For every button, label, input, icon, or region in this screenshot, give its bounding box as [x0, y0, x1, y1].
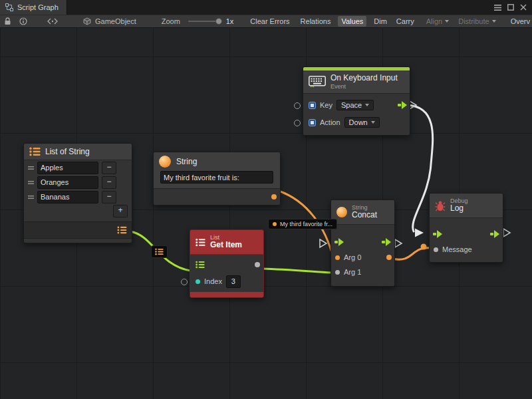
wire-getitem-to-concat[interactable] [262, 269, 332, 273]
gameobject-icon[interactable] [83, 17, 91, 25]
list-icon [29, 147, 41, 156]
zoom-value: 1x [226, 17, 234, 25]
value-preview-list [151, 245, 168, 258]
remove-item-button[interactable]: − [102, 162, 116, 174]
code-insert-icon[interactable] [47, 18, 58, 25]
string-value-dot [273, 222, 277, 226]
title-bar: Script Graph [0, 0, 532, 15]
key-dropdown-value: Space [341, 101, 362, 109]
result-output-port[interactable] [386, 255, 392, 260]
keycode-icon [309, 119, 316, 126]
clear-errors-button[interactable]: Clear Errors [247, 16, 293, 27]
carry-toggle[interactable]: Carry [393, 16, 418, 27]
flow-input-port[interactable] [433, 230, 442, 238]
graph-toolbar: GameObject Zoom 1x Clear Errors Relation… [0, 15, 532, 28]
node-log[interactable]: Debug Log Message [429, 193, 503, 263]
arg1-input-port[interactable] [335, 270, 340, 275]
zoom-label: Zoom [162, 17, 180, 25]
window-menu-icon[interactable] [494, 4, 501, 11]
window-controls [494, 4, 532, 11]
graph-icon [5, 3, 13, 11]
list-item-input[interactable] [37, 191, 98, 203]
info-icon[interactable] [19, 17, 27, 25]
flow-output-port[interactable] [382, 238, 391, 246]
node-get-item[interactable]: List Get Item Index [190, 229, 264, 298]
list-input-port[interactable] [196, 261, 205, 269]
zoom-slider[interactable] [188, 21, 219, 22]
flow-arrowhead-log-in [415, 229, 424, 237]
message-input-port[interactable] [434, 247, 438, 252]
lock-icon[interactable] [4, 17, 11, 25]
distribute-label: Distribute [458, 17, 489, 25]
list-output-port[interactable] [117, 226, 127, 234]
list-icon [196, 238, 205, 247]
tab-title: Script Graph [17, 3, 59, 11]
node-list-of-string[interactable]: List of String − − − + [23, 143, 132, 243]
chevron-down-icon [371, 121, 375, 124]
remove-item-button[interactable]: − [102, 176, 116, 189]
chevron-down-icon [445, 20, 449, 23]
list-item-input[interactable] [37, 162, 98, 174]
remove-item-button[interactable]: − [102, 191, 116, 203]
close-icon[interactable] [520, 4, 527, 11]
node-string-literal[interactable]: String [153, 152, 281, 205]
bug-icon [435, 200, 446, 211]
arg0-input-port[interactable] [335, 255, 340, 260]
action-dropdown[interactable]: Down [344, 117, 380, 128]
string-output-port[interactable] [271, 194, 277, 200]
drag-handle-icon[interactable] [28, 180, 34, 185]
wire-value-dot [421, 244, 427, 250]
node-concat[interactable]: String Concat Arg 0 Arg 1 [331, 200, 395, 287]
key-dropdown[interactable]: Space [336, 100, 374, 110]
tab-script-graph[interactable]: Script Graph [0, 0, 67, 15]
index-type-dot [196, 279, 200, 284]
graph-canvas[interactable]: On Keyboard Input Event Key Space Action… [0, 28, 532, 399]
node-title: On Keyboard Input [331, 74, 398, 83]
keycode-icon [309, 102, 316, 109]
node-title: Log [450, 204, 468, 213]
align-dropdown[interactable]: Align [423, 16, 452, 27]
string-type-icon [159, 156, 171, 168]
index-value-input[interactable] [226, 275, 241, 288]
drag-handle-icon[interactable] [28, 195, 34, 200]
add-item-button[interactable]: + [113, 205, 128, 217]
key-label: Key [320, 101, 332, 109]
distribute-dropdown[interactable]: Distribute [455, 16, 499, 27]
arg1-label: Arg 1 [344, 268, 361, 276]
drag-handle-icon[interactable] [28, 166, 34, 170]
align-label: Align [426, 17, 442, 25]
node-title: List of String [45, 147, 90, 156]
item-output-port[interactable] [255, 262, 260, 267]
flow-triangle-concat-in [320, 239, 327, 247]
overview-button[interactable]: Overv [507, 16, 532, 27]
node-title: Concat [352, 211, 377, 220]
node-on-keyboard-input[interactable]: On Keyboard Input Event Key Space Action… [303, 66, 410, 136]
values-toggle[interactable]: Values [338, 16, 366, 27]
value-preview-text: My third favorite fr... [280, 221, 332, 227]
maximize-icon[interactable] [507, 4, 514, 11]
string-type-icon [336, 207, 347, 217]
chevron-down-icon [492, 20, 496, 23]
unity-script-graph-window: Script Graph GameObject Zoom 1x Clear Er… [0, 0, 532, 399]
wire-concat-to-log[interactable] [392, 248, 431, 259]
flow-input-port[interactable] [334, 238, 344, 246]
node-subtitle: Event [331, 83, 398, 90]
flow-triangle-concat-out [395, 239, 402, 247]
list-output-row [24, 221, 132, 239]
error-footer-bar [190, 292, 263, 297]
string-value-input[interactable] [160, 171, 273, 184]
flow-triangle-log-out [503, 229, 510, 237]
message-label: Message [442, 245, 472, 253]
list-item-input[interactable] [37, 176, 98, 189]
gameobject-label[interactable]: GameObject [95, 17, 136, 25]
dim-toggle[interactable]: Dim [370, 16, 390, 27]
relations-button[interactable]: Relations [297, 16, 334, 27]
zoom-slider-knob[interactable] [215, 18, 222, 25]
flow-output-port[interactable] [490, 230, 499, 238]
keyboard-icon [309, 76, 326, 88]
index-label: Index [204, 277, 222, 285]
arg0-label: Arg 0 [344, 253, 361, 261]
value-preview-string: My third favorite fr... [268, 219, 337, 229]
action-dropdown-value: Down [349, 118, 368, 126]
flow-output-port[interactable] [398, 101, 407, 109]
